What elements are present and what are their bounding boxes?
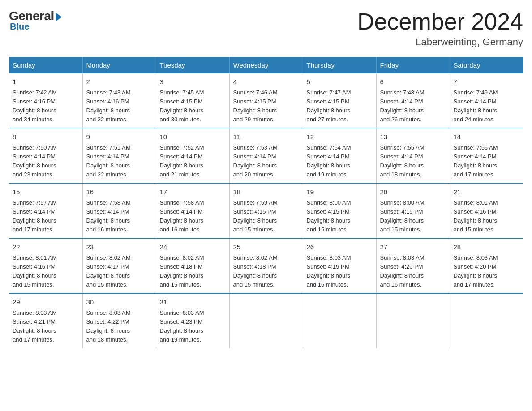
- calendar-cell: 4Sunrise: 7:46 AMSunset: 4:15 PMDaylight…: [229, 73, 303, 128]
- day-number: 11: [233, 132, 299, 142]
- calendar-cell: 1Sunrise: 7:42 AMSunset: 4:16 PMDaylight…: [9, 73, 82, 128]
- calendar-cell: 20Sunrise: 8:00 AMSunset: 4:15 PMDayligh…: [376, 183, 450, 238]
- calendar-cell: 13Sunrise: 7:55 AMSunset: 4:14 PMDayligh…: [376, 128, 450, 183]
- day-info: Sunrise: 8:03 AMSunset: 4:23 PMDaylight:…: [160, 308, 226, 345]
- calendar-cell: 12Sunrise: 7:54 AMSunset: 4:14 PMDayligh…: [303, 128, 376, 183]
- day-number: 20: [380, 187, 446, 197]
- day-number: 15: [13, 187, 79, 197]
- day-info: Sunrise: 7:55 AMSunset: 4:14 PMDaylight:…: [380, 143, 446, 180]
- logo-blue-text: Blue: [10, 21, 29, 32]
- calendar-cell: 10Sunrise: 7:52 AMSunset: 4:14 PMDayligh…: [156, 128, 229, 183]
- calendar-table: Sunday Monday Tuesday Wednesday Thursday…: [9, 57, 523, 348]
- calendar-cell: 23Sunrise: 8:02 AMSunset: 4:17 PMDayligh…: [82, 238, 156, 293]
- day-number: 29: [13, 297, 79, 308]
- day-info: Sunrise: 7:45 AMSunset: 4:15 PMDaylight:…: [160, 88, 226, 124]
- day-info: Sunrise: 8:03 AMSunset: 4:19 PMDaylight:…: [307, 253, 373, 290]
- day-number: 21: [454, 187, 520, 197]
- day-info: Sunrise: 7:58 AMSunset: 4:14 PMDaylight:…: [86, 198, 152, 235]
- calendar-cell: 26Sunrise: 8:03 AMSunset: 4:19 PMDayligh…: [303, 238, 376, 293]
- day-number: 9: [86, 132, 152, 142]
- header-row: Sunday Monday Tuesday Wednesday Thursday…: [9, 57, 523, 73]
- day-info: Sunrise: 8:00 AMSunset: 4:15 PMDaylight:…: [380, 198, 446, 235]
- day-info: Sunrise: 8:02 AMSunset: 4:17 PMDaylight:…: [86, 253, 152, 290]
- col-tuesday: Tuesday: [156, 57, 229, 73]
- day-info: Sunrise: 8:00 AMSunset: 4:15 PMDaylight:…: [307, 198, 373, 235]
- day-number: 1: [13, 77, 79, 87]
- day-number: 23: [86, 242, 152, 253]
- day-number: 13: [380, 132, 446, 142]
- calendar-week-row: 22Sunrise: 8:01 AMSunset: 4:16 PMDayligh…: [9, 238, 523, 293]
- calendar-cell: 30Sunrise: 8:03 AMSunset: 4:22 PMDayligh…: [82, 293, 156, 348]
- day-info: Sunrise: 7:57 AMSunset: 4:14 PMDaylight:…: [13, 198, 79, 235]
- day-info: Sunrise: 8:02 AMSunset: 4:18 PMDaylight:…: [233, 253, 299, 290]
- col-friday: Friday: [376, 57, 450, 73]
- day-info: Sunrise: 7:56 AMSunset: 4:14 PMDaylight:…: [454, 143, 520, 180]
- day-number: 25: [233, 242, 299, 253]
- day-number: 27: [380, 242, 446, 253]
- calendar-cell: 5Sunrise: 7:47 AMSunset: 4:15 PMDaylight…: [303, 73, 376, 128]
- day-number: 19: [307, 187, 373, 197]
- day-info: Sunrise: 7:49 AMSunset: 4:14 PMDaylight:…: [454, 88, 520, 124]
- calendar-week-row: 15Sunrise: 7:57 AMSunset: 4:14 PMDayligh…: [9, 183, 523, 238]
- calendar-title: December 2024: [357, 9, 523, 34]
- calendar-cell: 6Sunrise: 7:48 AMSunset: 4:14 PMDaylight…: [376, 73, 450, 128]
- day-info: Sunrise: 7:47 AMSunset: 4:15 PMDaylight:…: [307, 88, 373, 124]
- day-info: Sunrise: 7:50 AMSunset: 4:14 PMDaylight:…: [13, 143, 79, 180]
- calendar-cell: 24Sunrise: 8:02 AMSunset: 4:18 PMDayligh…: [156, 238, 229, 293]
- day-info: Sunrise: 8:03 AMSunset: 4:22 PMDaylight:…: [86, 308, 152, 345]
- day-info: Sunrise: 7:53 AMSunset: 4:14 PMDaylight:…: [233, 143, 299, 180]
- calendar-cell: 7Sunrise: 7:49 AMSunset: 4:14 PMDaylight…: [450, 73, 523, 128]
- day-info: Sunrise: 8:03 AMSunset: 4:21 PMDaylight:…: [13, 308, 79, 345]
- calendar-cell: [376, 293, 450, 348]
- day-info: Sunrise: 7:54 AMSunset: 4:14 PMDaylight:…: [307, 143, 373, 180]
- calendar-cell: 16Sunrise: 7:58 AMSunset: 4:14 PMDayligh…: [82, 183, 156, 238]
- day-number: 17: [160, 187, 226, 197]
- calendar-cell: 2Sunrise: 7:43 AMSunset: 4:16 PMDaylight…: [82, 73, 156, 128]
- day-info: Sunrise: 7:43 AMSunset: 4:16 PMDaylight:…: [86, 88, 152, 124]
- calendar-subtitle: Laberweinting, Germany: [357, 36, 523, 48]
- day-info: Sunrise: 7:42 AMSunset: 4:16 PMDaylight:…: [13, 88, 79, 124]
- day-number: 7: [454, 77, 520, 87]
- calendar-week-row: 8Sunrise: 7:50 AMSunset: 4:14 PMDaylight…: [9, 128, 523, 183]
- day-number: 6: [380, 77, 446, 87]
- day-info: Sunrise: 8:01 AMSunset: 4:16 PMDaylight:…: [13, 253, 79, 290]
- col-saturday: Saturday: [450, 57, 523, 73]
- day-info: Sunrise: 8:03 AMSunset: 4:20 PMDaylight:…: [380, 253, 446, 290]
- day-number: 14: [454, 132, 520, 142]
- calendar-cell: 17Sunrise: 7:58 AMSunset: 4:14 PMDayligh…: [156, 183, 229, 238]
- day-info: Sunrise: 8:01 AMSunset: 4:16 PMDaylight:…: [454, 198, 520, 235]
- calendar-cell: 9Sunrise: 7:51 AMSunset: 4:14 PMDaylight…: [82, 128, 156, 183]
- calendar-cell: 21Sunrise: 8:01 AMSunset: 4:16 PMDayligh…: [450, 183, 523, 238]
- calendar-cell: 15Sunrise: 7:57 AMSunset: 4:14 PMDayligh…: [9, 183, 82, 238]
- day-number: 3: [160, 77, 226, 87]
- col-wednesday: Wednesday: [229, 57, 303, 73]
- calendar-week-row: 29Sunrise: 8:03 AMSunset: 4:21 PMDayligh…: [9, 293, 523, 348]
- day-number: 22: [13, 242, 79, 253]
- calendar-cell: 8Sunrise: 7:50 AMSunset: 4:14 PMDaylight…: [9, 128, 82, 183]
- calendar-week-row: 1Sunrise: 7:42 AMSunset: 4:16 PMDaylight…: [9, 73, 523, 128]
- col-monday: Monday: [82, 57, 156, 73]
- page-header: General Blue December 2024 Laberweinting…: [9, 9, 523, 48]
- title-area: December 2024 Laberweinting, Germany: [357, 9, 523, 48]
- calendar-cell: 28Sunrise: 8:03 AMSunset: 4:20 PMDayligh…: [450, 238, 523, 293]
- calendar-cell: 29Sunrise: 8:03 AMSunset: 4:21 PMDayligh…: [9, 293, 82, 348]
- day-info: Sunrise: 8:02 AMSunset: 4:18 PMDaylight:…: [160, 253, 226, 290]
- day-info: Sunrise: 7:59 AMSunset: 4:15 PMDaylight:…: [233, 198, 299, 235]
- day-number: 26: [307, 242, 373, 253]
- day-number: 31: [160, 297, 226, 308]
- day-number: 12: [307, 132, 373, 142]
- day-info: Sunrise: 7:51 AMSunset: 4:14 PMDaylight:…: [86, 143, 152, 180]
- day-number: 5: [307, 77, 373, 87]
- col-sunday: Sunday: [9, 57, 82, 73]
- calendar-body: 1Sunrise: 7:42 AMSunset: 4:16 PMDaylight…: [9, 73, 523, 348]
- calendar-cell: 3Sunrise: 7:45 AMSunset: 4:15 PMDaylight…: [156, 73, 229, 128]
- day-number: 4: [233, 77, 299, 87]
- day-info: Sunrise: 8:03 AMSunset: 4:20 PMDaylight:…: [454, 253, 520, 290]
- day-number: 16: [86, 187, 152, 197]
- calendar-cell: 31Sunrise: 8:03 AMSunset: 4:23 PMDayligh…: [156, 293, 229, 348]
- day-number: 2: [86, 77, 152, 87]
- calendar-cell: [229, 293, 303, 348]
- day-number: 30: [86, 297, 152, 308]
- col-thursday: Thursday: [303, 57, 376, 73]
- calendar-cell: 27Sunrise: 8:03 AMSunset: 4:20 PMDayligh…: [376, 238, 450, 293]
